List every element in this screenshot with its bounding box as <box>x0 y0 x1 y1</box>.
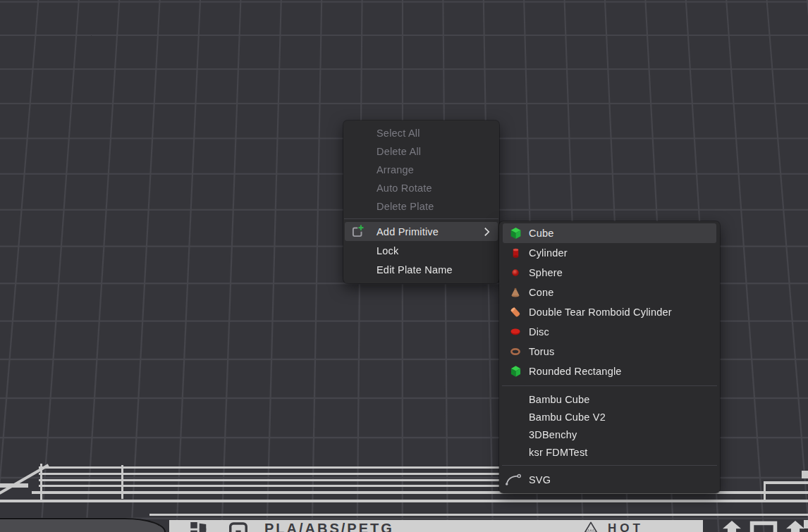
plate-rim-line <box>764 481 808 484</box>
menu-separator <box>502 465 717 466</box>
menu-item-add-primitive[interactable]: Add Primitive <box>345 222 498 241</box>
menu-separator <box>502 385 717 386</box>
submenu-item-label: ksr FDMTest <box>529 447 588 458</box>
plate-corner-chute <box>0 518 166 532</box>
plate-rim-line <box>0 500 808 502</box>
hot-label: HOT <box>608 521 644 532</box>
menu-item-delete-all[interactable]: Delete All <box>343 142 499 161</box>
plate-right-markings <box>721 521 807 532</box>
menu-item-label: Delete Plate <box>377 201 434 212</box>
menu-item-label: Lock <box>377 245 398 256</box>
plate-rim-bar <box>0 483 28 488</box>
bambu-logo-icon <box>190 522 207 532</box>
menu-item-label: Add Primitive <box>377 226 439 237</box>
menu-item-delete-plate[interactable]: Delete Plate <box>343 197 499 216</box>
menu-item-label: Select All <box>377 128 420 139</box>
submenu-item-svg[interactable]: SVG <box>503 470 716 490</box>
add-primitive-submenu: CubeCylinderSphereConeDouble Tear Romboi… <box>499 221 720 493</box>
menu-separator <box>344 218 498 219</box>
submenu-item-torus[interactable]: Torus <box>503 342 716 361</box>
submenu-item-bambu-cube-v2[interactable]: Bambu Cube V2 <box>503 408 716 426</box>
plate-rim-tick <box>121 465 123 499</box>
rounded-rectangle-icon <box>507 365 524 378</box>
submenu-item-label: Bambu Cube V2 <box>529 412 606 423</box>
plate-rim-tick <box>40 464 42 500</box>
cone-icon <box>507 287 524 298</box>
menu-item-arrange[interactable]: Arrange <box>343 161 499 179</box>
torus-icon <box>507 347 524 356</box>
plate-front-line <box>149 514 808 516</box>
submenu-item-double-tear-romboid-cylinder[interactable]: Double Tear Romboid Cylinder <box>503 302 716 322</box>
submenu-item-label: Cone <box>529 287 553 298</box>
menu-item-lock[interactable]: Lock <box>343 241 499 260</box>
menu-item-auto-rotate[interactable]: Auto Rotate <box>343 179 499 197</box>
cylinder-icon <box>507 247 524 259</box>
submenu-item-cone[interactable]: Cone <box>503 283 716 302</box>
submenu-item-cube[interactable]: Cube <box>503 223 716 243</box>
submenu-item-label: Disc <box>529 326 549 338</box>
menu-item-label: Edit Plate Name <box>377 264 453 276</box>
submenu-item-label: Rounded Rectangle <box>529 366 622 377</box>
submenu-item-label: Cube <box>529 228 553 239</box>
square-outline-icon <box>749 521 778 532</box>
plate-rim-mark <box>802 471 808 478</box>
submenu-item-bambu-cube[interactable]: Bambu Cube <box>503 390 716 408</box>
plate-material-label: PLA/ABS/PETG <box>264 521 394 532</box>
submenu-item-label: Bambu Cube <box>529 394 590 405</box>
warning-triangle-icon <box>584 521 598 532</box>
submenu-item-ksr-fdmtest[interactable]: ksr FDMTest <box>503 443 716 461</box>
double-tear-romboid-cylinder-icon <box>507 306 524 318</box>
menu-item-label: Arrange <box>377 164 414 175</box>
plate-rim-tick <box>764 481 766 502</box>
disc-icon <box>507 328 524 336</box>
submenu-item-label: Sphere <box>529 267 563 278</box>
hot-warning: HOT <box>584 521 644 532</box>
plate-label-strip: PLA/ABS/PETG HOT <box>169 520 703 532</box>
chevron-right-icon <box>484 227 490 236</box>
submenu-item-cylinder[interactable]: Cylinder <box>503 243 716 263</box>
submenu-item-label: Double Tear Romboid Cylinder <box>529 307 672 318</box>
plate-edge-mark <box>804 520 808 528</box>
submenu-item-3dbenchy[interactable]: 3DBenchy <box>503 426 716 443</box>
cube-icon <box>507 227 524 240</box>
submenu-item-label: SVG <box>529 474 551 485</box>
menu-item-label: Delete All <box>377 146 421 157</box>
submenu-item-label: Cylinder <box>529 247 568 259</box>
bezier-curve-icon <box>505 474 522 487</box>
plate-type-icon <box>229 522 247 532</box>
submenu-item-disc[interactable]: Disc <box>503 322 716 342</box>
submenu-item-rounded-rectangle[interactable]: Rounded Rectangle <box>503 361 716 381</box>
up-arrow-icon <box>721 521 743 532</box>
menu-item-edit-plate-name[interactable]: Edit Plate Name <box>343 260 499 279</box>
add-primitive-icon <box>350 224 365 240</box>
submenu-item-sphere[interactable]: Sphere <box>503 263 716 283</box>
3d-viewport[interactable]: PLA/ABS/PETG HOT Select AllDelete AllArr… <box>0 0 808 532</box>
menu-item-label: Auto Rotate <box>377 183 432 194</box>
submenu-item-label: 3DBenchy <box>529 429 577 440</box>
sphere-icon <box>507 268 524 278</box>
menu-item-select-all[interactable]: Select All <box>343 124 499 142</box>
submenu-item-label: Torus <box>529 346 554 357</box>
plate-context-menu: Select AllDelete AllArrangeAuto RotateDe… <box>343 120 499 283</box>
